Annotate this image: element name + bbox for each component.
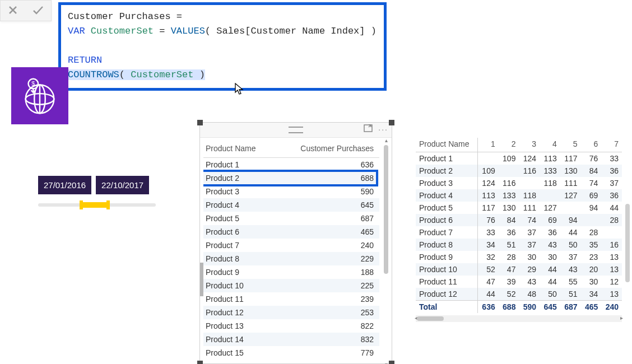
matrix-col-header[interactable]: 3	[519, 138, 540, 152]
matrix-cell: 124	[519, 152, 540, 165]
matrix-cell: 36	[601, 165, 622, 177]
date-slicer[interactable]: 27/01/2016 22/10/2017	[38, 176, 156, 207]
matrix-row[interactable]: Product 7333637364428	[416, 226, 622, 239]
slicer-start-date[interactable]: 27/01/2016	[38, 176, 91, 194]
table-row[interactable]: Product 5687	[203, 212, 379, 225]
matrix-cell: 111	[560, 177, 581, 189]
matrix-cell: 111	[519, 202, 540, 214]
matrix-col-header[interactable]: 6	[581, 138, 602, 152]
scroll-up-icon[interactable]: ▴	[383, 137, 389, 144]
column-header-customer-purchases[interactable]: Customer Purchases	[274, 142, 379, 158]
cell-product-name: Product 7	[203, 239, 274, 252]
matrix-total-cell: 465	[581, 301, 602, 314]
matrix-vertical-scrollbar[interactable]	[625, 142, 630, 312]
table-row[interactable]: Product 12253	[203, 306, 379, 319]
matrix-row[interactable]: Product 31241161181117437	[416, 177, 622, 189]
table-row[interactable]: Product 1636	[203, 158, 379, 172]
matrix-cell: 13	[601, 263, 622, 276]
dax-fn-countrows: COUNTROWS	[68, 69, 119, 80]
cell-product-name: Product 13	[203, 319, 274, 333]
matrix-col-header[interactable]: 7	[601, 138, 622, 152]
cell-product-name: Product 4	[203, 198, 274, 212]
drag-handle-icon[interactable]	[289, 127, 303, 133]
table-row[interactable]: Product 15779	[203, 346, 379, 360]
matrix-cell: 36	[499, 226, 519, 239]
dax-keyword-var: VAR	[68, 26, 85, 36]
cell-customer-purchases: 822	[274, 319, 379, 333]
table-visual-customer-purchases[interactable]: ··· Product Name Customer Purchases Prod…	[199, 122, 392, 364]
matrix-row[interactable]: Product 932283030372313	[416, 251, 622, 263]
table-row[interactable]: Product 7240	[203, 239, 379, 252]
matrix-row[interactable]: Product 51171301111279444	[416, 202, 622, 214]
matrix-row-label: Product 12	[416, 288, 478, 301]
cell-customer-purchases: 688	[274, 171, 379, 185]
table-row[interactable]: Product 11239	[203, 292, 379, 306]
matrix-cell: 52	[499, 288, 519, 301]
table-row[interactable]: Product 8229	[203, 252, 379, 265]
matrix-cell: 23	[581, 251, 602, 263]
table-row[interactable]: Product 10225	[203, 279, 379, 292]
column-header-product-name[interactable]: Product Name	[203, 142, 274, 158]
slicer-handle-end[interactable]	[106, 200, 110, 209]
matrix-cell: 30	[519, 251, 540, 263]
matrix-cell: 44	[540, 276, 560, 288]
table-row[interactable]: Product 9188	[203, 265, 379, 279]
scroll-thumb[interactable]	[625, 204, 630, 282]
visual-header[interactable]: ···	[200, 123, 392, 138]
table-row[interactable]: Product 13822	[203, 319, 379, 333]
table-row[interactable]: Product 3590	[203, 185, 379, 198]
matrix-row-header[interactable]: Product Name	[416, 138, 478, 152]
matrix-total-label: Total	[416, 301, 478, 314]
matrix-cell: 48	[519, 288, 540, 301]
scroll-thumb[interactable]	[417, 316, 444, 321]
matrix-cell: 36	[540, 226, 560, 239]
table-row[interactable]: Product 2688	[203, 171, 379, 185]
matrix-cell: 50	[560, 239, 581, 251]
slicer-track[interactable]	[38, 203, 156, 207]
matrix-row[interactable]: Product 21091161331308436	[416, 165, 622, 177]
matrix-cell: 50	[540, 288, 560, 301]
matrix-row[interactable]: Product 6768474699428	[416, 214, 622, 226]
matrix-row[interactable]: Product 1052472944432013	[416, 263, 622, 276]
slicer-handle-start[interactable]	[80, 200, 83, 209]
matrix-cell: 74	[581, 177, 602, 189]
cell-product-name: Product 5	[203, 212, 274, 225]
cell-product-name: Product 6	[203, 225, 274, 239]
matrix-cell: 116	[499, 177, 519, 189]
matrix-row[interactable]: Product 1147394344553012	[416, 276, 622, 288]
matrix-cell: 13	[601, 288, 622, 301]
matrix-row[interactable]: Product 41131331181276936	[416, 189, 622, 202]
cancel-icon[interactable]	[7, 4, 18, 17]
matrix-row[interactable]: Product 1244524850513413	[416, 288, 622, 301]
matrix-cell: 43	[560, 263, 581, 276]
scroll-down-icon[interactable]: ▾	[383, 361, 389, 364]
matrix-row-label: Product 8	[416, 239, 478, 251]
matrix-col-header[interactable]: 4	[540, 138, 560, 152]
matrix-row[interactable]: Product 11091241131177633	[416, 152, 622, 165]
focus-mode-icon[interactable]	[364, 124, 373, 134]
dax-formula-bar[interactable]: Customer Purchases = VAR CustomerSet = V…	[58, 2, 387, 91]
slicer-end-date[interactable]: 22/10/2017	[96, 176, 149, 194]
matrix-col-header[interactable]: 5	[560, 138, 581, 152]
matrix-cell: 84	[581, 165, 602, 177]
matrix-row[interactable]: Product 834513743503516	[416, 239, 622, 251]
table-row[interactable]: Product 14832	[203, 333, 379, 346]
matrix-horizontal-scrollbar[interactable]: ◂ ▸	[416, 315, 622, 322]
matrix-cell: 43	[540, 239, 560, 251]
matrix-cell: 130	[499, 202, 519, 214]
matrix-cell: 133	[540, 165, 560, 177]
matrix-cell	[581, 214, 602, 226]
scroll-right-icon[interactable]: ▸	[620, 315, 623, 321]
matrix-cell: 74	[519, 214, 540, 226]
matrix-col-header[interactable]: 2	[499, 138, 519, 152]
cell-customer-purchases: 225	[274, 279, 379, 292]
scroll-thumb[interactable]	[384, 145, 388, 274]
confirm-icon[interactable]	[32, 4, 44, 17]
matrix-visual-product-cross[interactable]: Product Name1234567 Product 110912411311…	[416, 138, 622, 322]
matrix-cell: 28	[499, 251, 519, 263]
more-options-icon[interactable]: ···	[378, 125, 388, 134]
matrix-col-header[interactable]: 1	[478, 138, 499, 152]
table-row[interactable]: Product 4645	[203, 198, 379, 212]
table-vertical-scrollbar[interactable]: ▴ ▾	[383, 145, 389, 360]
table-row[interactable]: Product 6465	[203, 225, 379, 239]
